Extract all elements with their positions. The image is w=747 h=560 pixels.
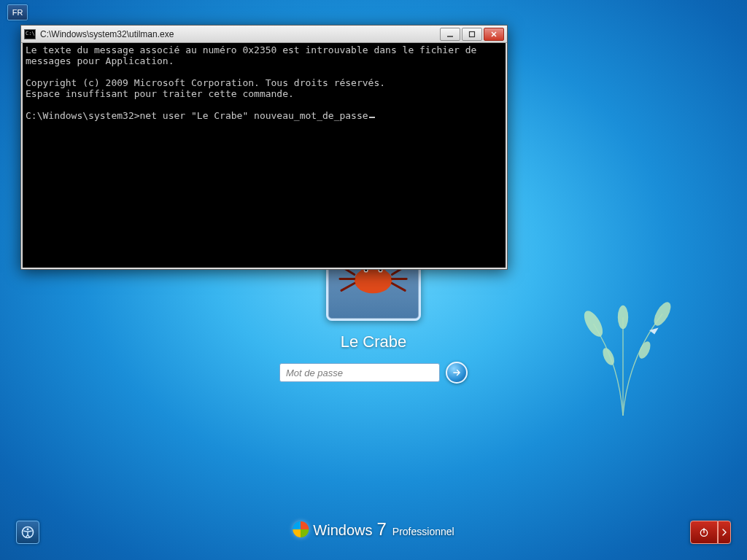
terminal-output[interactable]: Le texte du message associé au numéro 0x… [21, 43, 507, 269]
power-options [690, 521, 731, 544]
shutdown-button[interactable] [690, 521, 718, 544]
svg-point-1 [651, 300, 674, 328]
window-title: C:\Windows\system32\utilman.exe [40, 29, 440, 39]
username-label: Le Crabe [279, 332, 468, 351]
minimize-icon [446, 31, 454, 38]
power-icon [698, 526, 710, 538]
svg-point-3 [600, 346, 616, 367]
maximize-icon [468, 31, 476, 38]
minimize-button[interactable] [440, 28, 460, 41]
arrow-right-icon [452, 368, 462, 378]
svg-point-2 [618, 306, 628, 329]
svg-point-0 [581, 308, 606, 339]
close-icon [490, 31, 498, 38]
window-titlebar[interactable]: C:\Windows\system32\utilman.exe [21, 26, 507, 43]
power-options-dropdown[interactable] [718, 521, 731, 544]
svg-point-13 [27, 528, 29, 530]
windows-brand: Windows 7 Professionnel [293, 519, 454, 540]
brand-version: 7 [376, 519, 386, 540]
chevron-right-icon [719, 526, 730, 538]
password-input[interactable] [279, 363, 440, 382]
cmd-icon [24, 29, 36, 39]
accessibility-icon [20, 525, 35, 540]
svg-point-4 [637, 340, 653, 360]
ease-of-access-button[interactable] [16, 521, 39, 544]
close-button[interactable] [484, 28, 504, 41]
windows-logo-icon [293, 521, 309, 537]
command-prompt-window: C:\Windows\system32\utilman.exe Le texte… [20, 25, 508, 270]
language-indicator[interactable]: FR [7, 4, 28, 20]
submit-login-button[interactable] [446, 362, 468, 384]
maximize-button[interactable] [462, 28, 482, 41]
brand-product: Windows [313, 522, 372, 539]
decorative-plant [557, 277, 689, 423]
brand-edition: Professionnel [392, 526, 454, 537]
svg-rect-17 [470, 31, 475, 36]
svg-point-5 [355, 268, 392, 294]
